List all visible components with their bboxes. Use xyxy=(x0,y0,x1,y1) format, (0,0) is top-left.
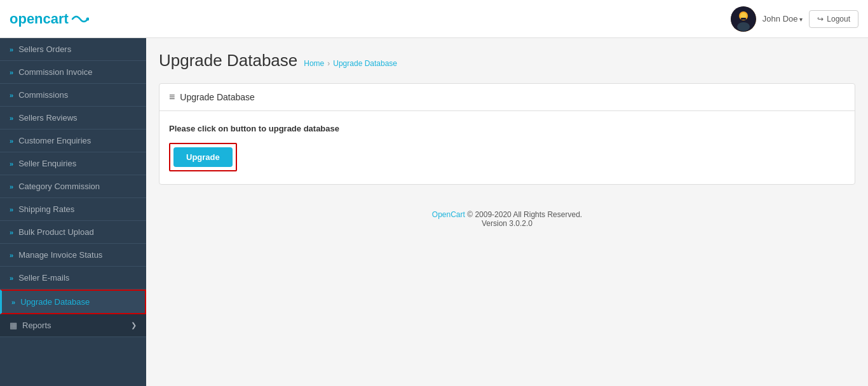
card-body: Please click on button to upgrade databa… xyxy=(159,111,855,184)
logo-text: opencart xyxy=(10,11,69,27)
sidebar-item-sellers-reviews[interactable]: » Sellers Reviews xyxy=(0,107,146,130)
upgrade-database-card: ≡ Upgrade Database Please click on butto… xyxy=(159,83,855,185)
card-header: ≡ Upgrade Database xyxy=(159,84,855,111)
main-content: Upgrade Database Home › Upgrade Database… xyxy=(146,38,868,386)
sidebar-item-manage-invoice-status[interactable]: » Manage Invoice Status xyxy=(0,244,146,267)
sidebar-item-label: Seller E-mails xyxy=(18,273,69,283)
sidebar-item-label: Bulk Product Upload xyxy=(18,227,94,237)
logo: opencart xyxy=(10,11,89,27)
sidebar-item-label: Shipping Rates xyxy=(18,204,74,214)
page-title: Upgrade Database xyxy=(159,51,297,70)
sidebar-item-seller-emails[interactable]: » Seller E-mails xyxy=(0,267,146,290)
sidebar-item-label: Sellers Reviews xyxy=(18,113,77,123)
sidebar-item-label: Manage Invoice Status xyxy=(18,250,102,260)
chevron-icon: » xyxy=(10,69,13,76)
sidebar-item-shipping-rates[interactable]: » Shipping Rates xyxy=(0,198,146,221)
sidebar-item-bulk-product-upload[interactable]: » Bulk Product Upload xyxy=(0,221,146,244)
logout-button[interactable]: ↪ Logout xyxy=(809,10,858,28)
page-header: Upgrade Database Home › Upgrade Database xyxy=(159,51,855,70)
chevron-icon: » xyxy=(10,137,13,145)
sidebar-item-commissions[interactable]: » Commissions xyxy=(0,84,146,107)
chevron-icon: » xyxy=(10,251,13,259)
bar-chart-icon: ▦ xyxy=(10,321,17,330)
instruction-text: Please click on button to upgrade databa… xyxy=(169,124,845,133)
avatar xyxy=(731,6,756,32)
svg-point-3 xyxy=(737,22,750,31)
logout-label: Logout xyxy=(827,15,850,23)
chevron-icon: » xyxy=(10,183,13,190)
svg-rect-5 xyxy=(741,18,746,20)
sidebar-item-upgrade-database[interactable]: » Upgrade Database xyxy=(0,290,146,314)
breadcrumb-current: Upgrade Database xyxy=(333,59,397,68)
sidebar-item-label: Upgrade Database xyxy=(20,297,90,307)
sidebar-item-commission-invoice[interactable]: » Commission Invoice xyxy=(0,61,146,84)
upgrade-button[interactable]: Upgrade xyxy=(173,147,233,167)
header-right: John Doe ↪ Logout xyxy=(731,6,858,32)
chevron-icon: » xyxy=(10,114,13,122)
sidebar-item-customer-enquiries[interactable]: » Customer Enquiries xyxy=(0,130,146,152)
sidebar-item-category-commission[interactable]: » Category Commission xyxy=(0,175,146,198)
chevron-icon: » xyxy=(10,91,13,99)
logout-icon: ↪ xyxy=(817,15,824,23)
sidebar: » Sellers Orders » Commission Invoice » … xyxy=(0,38,146,386)
header: opencart John Doe ↪ Logout xyxy=(0,0,868,38)
sidebar-item-label: Commission Invoice xyxy=(18,67,92,77)
breadcrumb-home[interactable]: Home xyxy=(304,59,324,68)
footer: OpenCart © 2009-2020 All Rights Reserved… xyxy=(159,197,855,241)
footer-brand[interactable]: OpenCart xyxy=(432,210,465,219)
logo-icon xyxy=(71,13,89,25)
sidebar-item-seller-enquiries[interactable]: » Seller Enquiries xyxy=(0,152,146,175)
list-icon: ≡ xyxy=(169,91,175,103)
breadcrumb: Home › Upgrade Database xyxy=(304,59,397,68)
user-name-label[interactable]: John Doe xyxy=(763,14,803,23)
sidebar-item-label: Seller Enquiries xyxy=(18,159,76,168)
chevron-icon: » xyxy=(10,274,13,282)
sidebar-section-label: Reports xyxy=(22,321,51,330)
chevron-icon: » xyxy=(10,229,13,236)
layout: » Sellers Orders » Commission Invoice » … xyxy=(0,38,868,386)
sidebar-section-reports[interactable]: ▦ Reports ❯ xyxy=(0,314,146,337)
breadcrumb-separator: › xyxy=(327,59,330,68)
sidebar-item-label: Customer Enquiries xyxy=(18,136,91,145)
footer-line1: OpenCart © 2009-2020 All Rights Reserved… xyxy=(172,210,843,219)
footer-version: Version 3.0.2.0 xyxy=(172,219,843,228)
footer-copyright: © 2009-2020 All Rights Reserved. xyxy=(467,210,582,219)
sidebar-item-label: Sellers Orders xyxy=(18,44,71,54)
chevron-icon: » xyxy=(11,298,15,306)
chevron-icon: » xyxy=(10,206,13,213)
card-title: Upgrade Database xyxy=(180,92,255,102)
chevron-icon: » xyxy=(10,46,13,53)
chevron-icon: » xyxy=(10,160,13,168)
upgrade-button-wrapper: Upgrade xyxy=(169,143,237,171)
sidebar-item-label: Category Commission xyxy=(18,182,100,191)
sidebar-item-sellers-orders[interactable]: » Sellers Orders xyxy=(0,38,146,61)
sidebar-item-label: Commissions xyxy=(18,90,68,100)
chevron-right-icon: ❯ xyxy=(131,321,137,329)
